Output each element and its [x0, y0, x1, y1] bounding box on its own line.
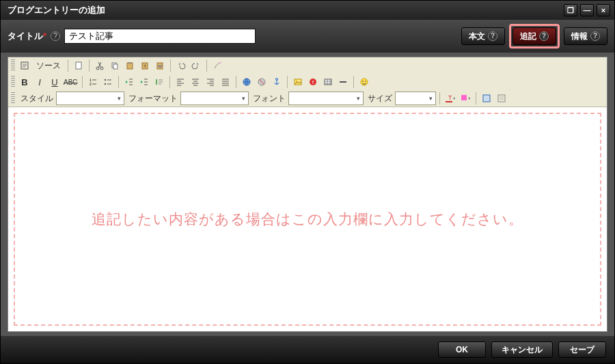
source-icon[interactable]	[18, 59, 31, 72]
chevron-down-icon: ▾	[357, 95, 360, 102]
svg-point-2	[96, 67, 99, 70]
window-maximize-button[interactable]: ❐	[564, 4, 577, 16]
chevron-down-icon: ▾	[118, 95, 121, 102]
window-title: ブログエントリーの追加	[8, 4, 105, 16]
svg-text:f: f	[312, 80, 314, 85]
svg-rect-7	[128, 62, 131, 64]
paste-text-icon[interactable]: T	[138, 59, 152, 72]
toolbar-gripper	[11, 76, 15, 88]
smiley-icon[interactable]	[357, 75, 371, 89]
svg-rect-29	[446, 101, 452, 102]
strike-button[interactable]: ABC	[63, 75, 79, 89]
align-center-icon[interactable]	[189, 75, 202, 89]
align-left-icon[interactable]	[174, 75, 187, 89]
font-label: フォント	[253, 93, 286, 104]
ok-button[interactable]: OK	[438, 341, 486, 358]
svg-point-27	[365, 81, 366, 82]
tab-body-label: 本文	[469, 31, 485, 42]
size-select[interactable]: ▾	[395, 92, 436, 105]
svg-point-12	[219, 62, 221, 64]
svg-rect-1	[76, 62, 81, 69]
editor: ソース T W	[8, 57, 607, 332]
cancel-button[interactable]: キャンセル	[491, 341, 553, 358]
underline-button[interactable]: U	[48, 75, 62, 89]
blockquote-icon[interactable]	[152, 75, 166, 89]
footer: OK キャンセル セーブ	[1, 336, 614, 363]
cut-icon[interactable]	[93, 59, 107, 72]
chevron-down-icon: ▾	[242, 95, 245, 102]
paste-word-icon[interactable]: W	[153, 59, 167, 72]
svg-point-16	[104, 83, 105, 85]
svg-text:T: T	[448, 94, 452, 101]
tab-more-highlight: 追記 ?	[509, 24, 560, 48]
bold-button[interactable]: B	[18, 75, 31, 89]
anchor-icon[interactable]	[270, 75, 284, 89]
svg-rect-6	[127, 63, 133, 69]
required-mark: *	[43, 31, 46, 41]
undo-icon[interactable]	[174, 59, 188, 72]
redo-icon[interactable]	[189, 59, 203, 72]
svg-rect-31	[483, 95, 490, 102]
svg-text:W: W	[158, 64, 162, 68]
tab-body-help-icon[interactable]: ?	[488, 31, 497, 41]
svg-point-3	[100, 67, 103, 70]
style-select[interactable]: ▾	[56, 92, 124, 105]
toolbar-gripper	[11, 59, 15, 72]
font-select[interactable]: ▾	[288, 92, 364, 105]
title-label: タイトル*	[8, 30, 46, 42]
tab-more[interactable]: 追記 ?	[512, 27, 556, 45]
title-help-icon[interactable]: ?	[51, 31, 60, 41]
chevron-down-icon: ▾	[429, 95, 433, 102]
tab-info[interactable]: 情報 ?	[564, 27, 607, 45]
svg-point-26	[362, 81, 364, 82]
format-select[interactable]: ▾	[180, 92, 249, 105]
text-color-icon[interactable]: T	[443, 92, 457, 105]
bg-color-icon[interactable]	[459, 92, 472, 105]
copy-icon[interactable]	[108, 59, 122, 72]
title-input[interactable]	[64, 29, 256, 44]
source-button[interactable]: ソース	[33, 59, 64, 72]
svg-rect-5	[113, 64, 118, 69]
unordered-list-icon[interactable]	[101, 75, 115, 89]
align-right-icon[interactable]	[204, 75, 217, 89]
editor-content-area[interactable]: 追記したい内容がある場合はこの入力欄に入力してください。	[14, 113, 601, 326]
remove-format-icon[interactable]	[210, 59, 224, 72]
svg-text:T: T	[144, 64, 146, 68]
maximize-editor-icon[interactable]	[480, 92, 493, 105]
hr-icon[interactable]	[336, 75, 350, 89]
svg-rect-32	[498, 95, 505, 102]
unlink-icon[interactable]	[255, 75, 269, 89]
size-label: サイズ	[368, 93, 392, 104]
window-close-button[interactable]: ×	[597, 4, 610, 16]
new-page-icon[interactable]	[72, 59, 85, 72]
svg-rect-30	[461, 95, 467, 100]
svg-point-15	[104, 79, 105, 81]
titlebar: ブログエントリーの追加 ❐ — ×	[1, 1, 614, 20]
editor-placeholder: 追記したい内容がある場合はこの入力欄に入力してください。	[75, 210, 540, 229]
window-minimize-button[interactable]: —	[580, 4, 594, 16]
indent-icon[interactable]	[137, 75, 151, 89]
align-justify-icon[interactable]	[219, 75, 232, 89]
style-label: スタイル	[20, 93, 53, 104]
outdent-icon[interactable]	[122, 75, 136, 89]
italic-button[interactable]: I	[33, 75, 46, 89]
table-icon[interactable]	[321, 75, 335, 89]
paste-icon[interactable]	[123, 59, 137, 72]
tab-more-help-icon[interactable]: ?	[539, 31, 549, 41]
toolbar-gripper	[11, 92, 15, 104]
ordered-list-icon[interactable]: 12	[86, 75, 100, 89]
format-label: フォーマット	[128, 93, 178, 104]
tab-info-help-icon[interactable]: ?	[590, 31, 600, 41]
tab-body[interactable]: 本文 ?	[461, 27, 505, 45]
header-row: タイトル* ? 本文 ? 追記 ? 情報 ?	[1, 20, 614, 53]
svg-text:2: 2	[90, 82, 92, 86]
tab-more-label: 追記	[520, 31, 536, 42]
tab-info-label: 情報	[571, 31, 588, 42]
show-blocks-icon[interactable]	[495, 92, 508, 105]
save-button[interactable]: セーブ	[558, 341, 606, 358]
editor-toolbar: ソース T W	[8, 57, 607, 107]
flash-icon[interactable]: f	[306, 75, 320, 89]
image-icon[interactable]	[291, 75, 305, 89]
link-icon[interactable]	[240, 75, 254, 89]
